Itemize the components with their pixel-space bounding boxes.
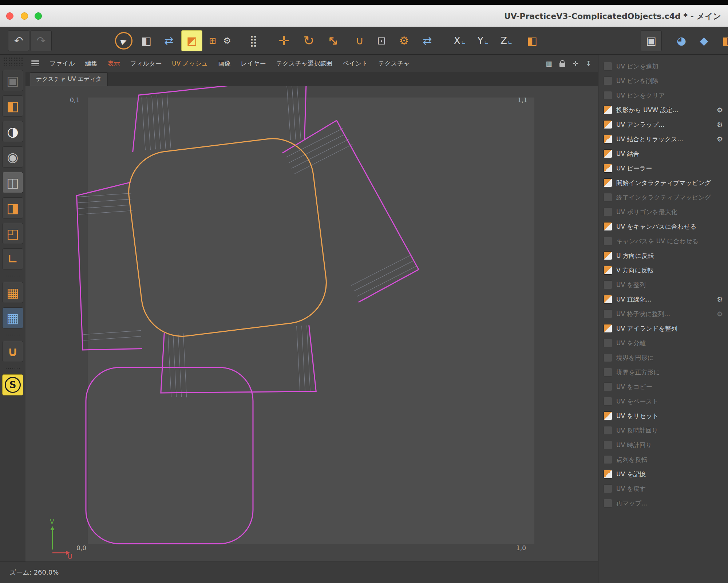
uv-command-row[interactable]: UV 時計回り ⚙ xyxy=(598,438,728,452)
uv-flap-left[interactable] xyxy=(71,182,142,353)
move-tool[interactable]: ✛ ∟ xyxy=(274,31,294,51)
uv-command-row[interactable]: UV をコピー ⚙ xyxy=(598,379,728,394)
menu-edit[interactable]: 編集 xyxy=(85,59,98,68)
uv-swap-tool[interactable]: ⇄ ∟ xyxy=(417,31,438,51)
uv-command-row[interactable]: 境界を正方形に ⚙ xyxy=(598,365,728,379)
axis-y-lock[interactable]: Y ∟ xyxy=(474,31,492,51)
uv-flap-top[interactable] xyxy=(128,86,311,152)
gear-icon[interactable]: ⚙ xyxy=(717,135,723,143)
uv-polygon-mode-tool[interactable]: ◰ xyxy=(2,223,23,244)
snap-magnet-tool[interactable]: ∪ ∟ xyxy=(349,31,370,51)
uv-island-square[interactable] xyxy=(86,367,253,544)
texture-mode-tool[interactable]: ◑ xyxy=(2,121,23,142)
uv-command-row[interactable]: UV ピンを追加 ⚙ xyxy=(598,59,728,74)
menu-paint[interactable]: ペイント xyxy=(343,59,368,68)
clipped-edge-button[interactable]: ◧ ∟ xyxy=(717,31,728,51)
object-mode-tool[interactable]: ◧ ∟ xyxy=(136,31,157,51)
histogram-icon[interactable]: ▥ xyxy=(546,59,552,67)
export-icon[interactable]: ↧ xyxy=(586,59,592,67)
uv-command-row[interactable]: U 方向に反転 ⚙ xyxy=(598,248,728,263)
model-mode-tool[interactable]: ▣ xyxy=(2,70,23,91)
uv-command-row[interactable]: UV を分離 ⚙ xyxy=(598,336,728,350)
menu-hamburger-icon[interactable] xyxy=(31,60,39,66)
uv-command-row[interactable]: UV ピンを削除 ⚙ xyxy=(598,74,728,88)
marquee-selection-tool[interactable]: ⊡ ∟ xyxy=(371,31,392,51)
uv-edit-mode-tool[interactable]: ◩ ∟ xyxy=(181,30,202,51)
minimize-button[interactable] xyxy=(21,12,28,20)
uv-command-row[interactable]: UV 結合とリラックス... ⚙ xyxy=(598,132,728,146)
polygon-mode-tool[interactable]: ◨ xyxy=(2,197,23,218)
axis-x-lock[interactable]: X ∟ xyxy=(451,31,469,51)
auto-switch-tool[interactable]: S xyxy=(2,374,23,395)
close-button[interactable] xyxy=(6,12,13,20)
uv-command-row[interactable]: UV をリセット ⚙ xyxy=(598,409,728,423)
uv-transform-mode-tool[interactable]: ⇄ ∟ xyxy=(159,31,179,51)
uv-command-row[interactable]: 点列を反転 ⚙ xyxy=(598,452,728,467)
move-view-icon[interactable]: ✛ xyxy=(573,59,578,67)
snap-magnet-tool[interactable]: ∪ xyxy=(2,341,23,362)
uv-command-row[interactable]: UV を記憶 ⚙ xyxy=(598,467,728,481)
uv-command-row[interactable]: キャンバスを UV に合わせる ⚙ xyxy=(598,234,728,248)
scale-tool[interactable]: ↔ ∟ xyxy=(323,31,344,51)
uv-command-row[interactable]: UV をペースト ⚙ xyxy=(598,394,728,409)
menu-layer[interactable]: レイヤー xyxy=(241,59,266,68)
undo-button[interactable]: ↶ ∟ xyxy=(8,30,29,51)
menu-texture[interactable]: テクスチャ xyxy=(378,59,410,68)
tab-texture-uv-editor[interactable]: テクスチャ UV エディタ xyxy=(30,72,108,86)
uv-command-row[interactable]: UV 格子状に整列... ⚙ xyxy=(598,307,728,321)
uv-command-row[interactable]: UV 反時計回り ⚙ xyxy=(598,423,728,438)
view-gizmo-tool[interactable]: ◧ ∟ xyxy=(522,31,542,51)
uv-command-row[interactable]: UV を整列 ⚙ xyxy=(598,277,728,292)
menu-file[interactable]: ファイル xyxy=(50,59,75,68)
redo-button[interactable]: ↷ ∟ xyxy=(31,30,52,51)
uv-command-row[interactable]: UV を戻す ⚙ xyxy=(598,481,728,496)
uv-corner-label-00: 0,0 xyxy=(76,544,86,552)
object-mode-tool[interactable]: ◧ xyxy=(2,95,23,117)
axis-mode-tool[interactable]: ∟ xyxy=(2,248,23,269)
toolbar-icon: X xyxy=(454,35,460,46)
gear-icon[interactable]: ⚙ xyxy=(717,310,723,318)
uv-command-row[interactable]: UV ポリゴンを最大化 ⚙ xyxy=(598,205,728,219)
menu-view[interactable]: 表示 xyxy=(108,59,120,68)
rotate-tool[interactable]: ↻ ∟ xyxy=(298,31,319,51)
menu-texture-selection[interactable]: テクスチャ選択範囲 xyxy=(276,59,332,68)
sidebar-grip[interactable] xyxy=(3,57,23,66)
uv-command-row[interactable]: UV アイランドを整列 ⚙ xyxy=(598,321,728,336)
live-selection-tool[interactable]: ▶ ∟ xyxy=(114,31,134,51)
axis-z-lock[interactable]: Z ∟ xyxy=(497,31,515,51)
lock-icon[interactable] xyxy=(559,63,565,67)
layout-toggle-button[interactable]: ◕ ∟ xyxy=(671,31,692,51)
uv-command-row[interactable]: 開始インタラクティブマッピング ⚙ xyxy=(598,176,728,190)
uv-island-selected-face[interactable] xyxy=(124,134,331,341)
uv-canvas[interactable]: V U 0,1 1,1 0,0 1,0 xyxy=(25,86,598,562)
menu-image[interactable]: 画像 xyxy=(218,59,230,68)
rotation-snap-settings-tool[interactable]: ⚙ ∟ xyxy=(394,31,414,51)
uv-command-row[interactable]: V 方向に反転 ⚙ xyxy=(598,263,728,277)
uv-command-row[interactable]: UV ピーラー ⚙ xyxy=(598,161,728,176)
uv-grid-lock-tool[interactable]: ▦ xyxy=(2,307,23,328)
uv-command-row[interactable]: UV 直線化... ⚙ xyxy=(598,292,728,307)
uv-flap-right[interactable] xyxy=(281,118,420,302)
uv-command-row[interactable]: 再マップ... ⚙ xyxy=(598,496,728,511)
uv-command-row[interactable]: 終了インタラクティブマッピング ⚙ xyxy=(598,190,728,205)
uv-command-row[interactable]: UV をキャンバスに合わせる ⚙ xyxy=(598,219,728,234)
uv-apply-tool[interactable]: ⊞ ∟ xyxy=(205,31,220,51)
texture-grid-tool[interactable]: ▦ xyxy=(2,282,23,303)
uv-command-row[interactable]: 投影から UVW 設定... ⚙ xyxy=(598,103,728,117)
uv-command-row[interactable]: UV ピンをクリア ⚙ xyxy=(598,88,728,103)
uv-apply-settings-tool[interactable]: ⚙ ∟ xyxy=(220,31,234,51)
uv-point-mode-tool[interactable]: ◉ xyxy=(2,146,23,168)
point-visibility-tool[interactable]: ⣿ ∟ xyxy=(243,31,264,51)
uv-command-row[interactable]: UV アンラップ... ⚙ xyxy=(598,117,728,132)
gear-icon[interactable]: ⚙ xyxy=(717,295,723,303)
uv-command-row[interactable]: UV 結合 ⚙ xyxy=(598,146,728,161)
zoom-button[interactable] xyxy=(35,12,42,20)
menu-filter[interactable]: フィルター xyxy=(130,59,162,68)
uv-command-row[interactable]: 境界を円形に ⚙ xyxy=(598,350,728,365)
gear-icon[interactable]: ⚙ xyxy=(717,106,723,114)
render-view-button[interactable]: ▣ ∟ xyxy=(641,30,662,51)
shaded-view-button[interactable]: ◆ ∟ xyxy=(694,31,714,51)
edge-mode-tool[interactable]: ◫ xyxy=(2,172,23,193)
menu-uv-mesh[interactable]: UV メッシュ xyxy=(172,59,208,68)
gear-icon[interactable]: ⚙ xyxy=(717,121,723,129)
